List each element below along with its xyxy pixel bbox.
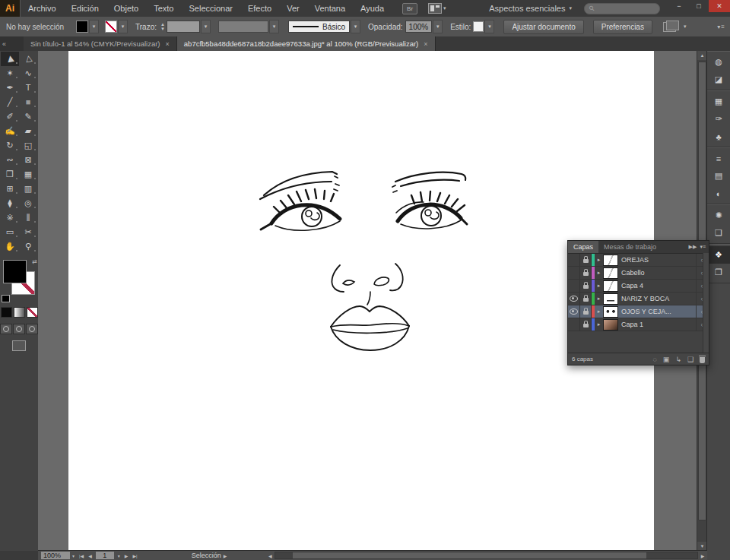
horizontal-scrollbar[interactable]: ◀ ▶ <box>265 551 707 560</box>
swatches-panel-icon[interactable]: ▦ <box>707 93 730 110</box>
stroke-weight-dropdown[interactable]: ▾ <box>201 20 211 33</box>
type-tool[interactable]: T <box>19 81 37 95</box>
slice-tool[interactable]: ✂ <box>19 225 37 239</box>
scroll-left-icon[interactable]: ◀ <box>265 553 275 558</box>
menu-item-efecto[interactable]: Efecto <box>240 0 279 17</box>
artboard-dropdown-icon[interactable]: ▾ <box>118 553 120 558</box>
menu-item-seleccionar[interactable]: Seleccionar <box>181 0 240 17</box>
bridge-launch-button[interactable]: Br <box>402 3 417 14</box>
fill-color-well[interactable] <box>76 21 88 33</box>
lasso-tool[interactable]: ∿ <box>19 66 37 81</box>
workspace-switcher[interactable]: Aspectos esenciales ▾ <box>489 4 572 13</box>
menu-item-texto[interactable]: Texto <box>146 0 181 17</box>
draw-inside-button[interactable] <box>26 324 38 334</box>
blob-brush-tool[interactable]: ✍ <box>1 124 19 138</box>
scale-tool[interactable]: ◱ <box>19 138 37 153</box>
paintbrush-tool[interactable]: ✐ <box>1 109 19 124</box>
zoom-tool[interactable]: ⚲ <box>19 239 37 254</box>
mesh-tool[interactable]: ⊞ <box>1 182 19 196</box>
arrange-documents-button[interactable]: ▾ <box>428 3 446 14</box>
artboard-number-field[interactable]: 1 <box>96 552 114 559</box>
new-layer-icon[interactable]: ❑ <box>687 356 694 363</box>
gradient-panel-icon[interactable]: ▤ <box>707 167 730 185</box>
layers-panel-icon[interactable]: ❖ <box>707 246 730 264</box>
visibility-toggle[interactable] <box>568 305 580 318</box>
delete-layer-icon[interactable] <box>700 357 705 363</box>
document-setup-icon[interactable] <box>663 22 676 32</box>
brushes-panel-icon[interactable]: ✑ <box>707 110 730 128</box>
layer-row-orejas[interactable]: ▸OREJAS○ <box>568 254 709 267</box>
panel-menu-icon[interactable]: ▾≡ <box>700 244 706 250</box>
width-tool[interactable]: ∾ <box>1 153 19 167</box>
expand-icon[interactable]: ▸ <box>595 296 603 302</box>
opacity-field[interactable]: 100% <box>405 21 433 33</box>
fill-color-swatch[interactable] <box>3 260 27 283</box>
gradient-tool[interactable]: ▥ <box>19 182 37 196</box>
layer-row-cabello[interactable]: ▸Cabello○ <box>568 267 709 280</box>
menu-item-ventana[interactable]: Ventana <box>307 0 353 17</box>
preferences-button[interactable]: Preferencias <box>593 20 652 34</box>
status-expand-icon[interactable]: ▶ <box>224 553 227 558</box>
color-guide-panel-icon[interactable]: ◪ <box>707 71 730 88</box>
clipping-mask-icon[interactable]: ▣ <box>663 356 670 363</box>
layer-row-capa-4[interactable]: ▸Capa 4○ <box>568 280 709 293</box>
color-panel-icon[interactable]: ◍ <box>707 53 730 71</box>
layer-row-capa-1[interactable]: ▸Capa 1○ <box>568 318 709 331</box>
lock-toggle[interactable] <box>580 318 592 331</box>
line-segment-tool[interactable]: ╱ <box>1 95 19 109</box>
scroll-right-icon[interactable]: ▶ <box>698 553 707 558</box>
search-input[interactable]: ⚲ <box>584 3 660 14</box>
document-tab-1[interactable]: Sin título-1 al 54% (CMYK/Previsualizar)… <box>24 36 177 51</box>
stroke-weight-field[interactable] <box>167 21 200 33</box>
horizontal-scroll-thumb[interactable] <box>293 552 647 558</box>
visibility-toggle[interactable] <box>568 254 580 266</box>
stroke-dropdown-button[interactable]: ▾ <box>118 20 128 33</box>
first-artboard-icon[interactable]: |◀ <box>79 553 84 558</box>
column-graph-tool[interactable]: ⫼ <box>19 210 37 225</box>
perspective-grid-tool[interactable]: ▦ <box>19 167 37 182</box>
rotate-tool[interactable]: ↻ <box>1 138 19 153</box>
horizontal-scroll-track[interactable] <box>275 552 698 559</box>
menu-item-edicion[interactable]: Edición <box>64 0 106 17</box>
stroke-panel-icon[interactable]: ≡ <box>707 150 730 167</box>
visibility-toggle[interactable] <box>568 267 580 279</box>
next-artboard-icon[interactable]: ▶ <box>125 553 129 558</box>
lock-toggle[interactable] <box>580 267 592 279</box>
draw-normal-button[interactable] <box>0 324 12 334</box>
maximize-button[interactable]: □ <box>689 0 709 12</box>
tab-close-icon[interactable]: × <box>424 40 427 48</box>
menu-item-archivo[interactable]: Archivo <box>21 0 64 17</box>
lock-toggle[interactable] <box>580 305 592 318</box>
visibility-toggle[interactable] <box>568 318 580 331</box>
stroke-weight-stepper[interactable]: ▲ ▼ <box>159 22 167 31</box>
artboards-panel-icon[interactable]: ❐ <box>707 264 730 281</box>
symbol-sprayer-tool[interactable]: ※ <box>1 210 19 225</box>
default-fill-stroke-icon[interactable] <box>2 295 10 302</box>
free-transform-tool[interactable]: ⊠ <box>19 153 37 167</box>
document-tab-2[interactable]: ab7cfb5ba48dde687a18b2daee97633a.jpg* al… <box>177 36 436 51</box>
zoom-dropdown-icon[interactable]: ▾ <box>72 553 75 558</box>
menu-item-ver[interactable]: Ver <box>279 0 307 17</box>
screen-mode-button[interactable] <box>12 340 26 351</box>
gradient-mode-button[interactable] <box>14 307 25 318</box>
expand-icon[interactable]: ▸ <box>595 270 603 276</box>
stepper-down-icon[interactable]: ▼ <box>159 27 167 31</box>
stroke-color-well[interactable] <box>105 21 117 33</box>
menu-item-objeto[interactable]: Objeto <box>106 0 146 17</box>
style-swatch[interactable] <box>473 21 484 32</box>
lock-toggle[interactable] <box>580 254 592 266</box>
draw-behind-button[interactable] <box>13 324 25 334</box>
tab-mesas-de-trabajo[interactable]: Mesas de trabajo <box>598 241 662 253</box>
lock-toggle[interactable] <box>580 293 592 305</box>
shape-builder-tool[interactable]: ❒ <box>1 167 19 182</box>
menu-item-ayuda[interactable]: Ayuda <box>353 0 392 17</box>
brush-definition-dropdown[interactable]: ▾ <box>269 20 279 33</box>
toolbar-collapse-button[interactable]: « <box>0 36 24 51</box>
stroke-style-dropdown[interactable]: ▾ <box>351 20 360 33</box>
stroke-style-field[interactable]: Básico <box>288 21 350 33</box>
tab-capas[interactable]: Capas <box>568 241 598 253</box>
tab-close-icon[interactable]: × <box>166 40 170 48</box>
fit-document-button[interactable]: Ajustar documento <box>503 20 583 34</box>
locate-object-icon[interactable]: ◌ <box>653 356 657 363</box>
visibility-toggle[interactable] <box>568 293 580 305</box>
